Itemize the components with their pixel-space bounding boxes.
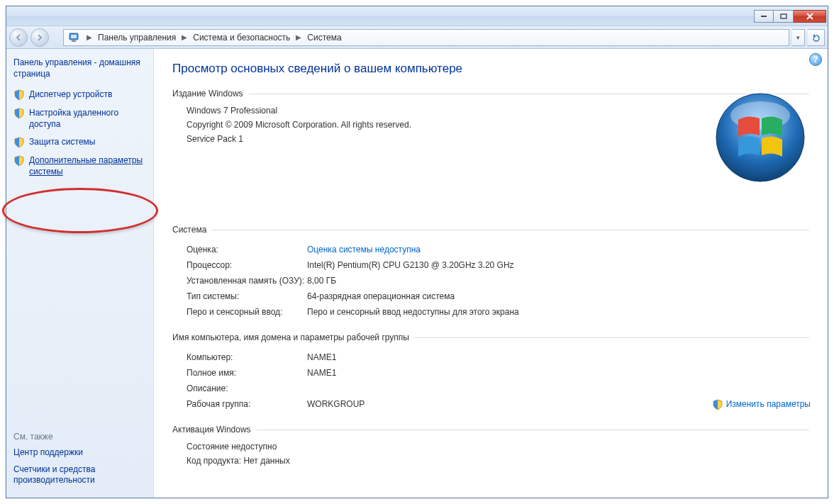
row-system-type: Тип системы: 64-разрядная операционная с… xyxy=(172,289,809,304)
value: NAME1 xyxy=(307,368,809,378)
windows-logo-icon xyxy=(714,91,806,184)
see-also-action-center[interactable]: Центр поддержки xyxy=(13,447,146,459)
svg-rect-1 xyxy=(781,14,786,18)
chevron-right-icon: ▶ xyxy=(84,33,95,41)
sidebar-see-also: См. также Центр поддержки Счетчики и сре… xyxy=(13,426,146,492)
divider xyxy=(415,337,809,338)
minimize-button[interactable] xyxy=(754,10,774,23)
label: Рабочая группа: xyxy=(187,399,307,409)
row-ram: Установленная память (ОЗУ): 8,00 ГБ xyxy=(172,273,809,289)
refresh-button[interactable] xyxy=(808,29,825,46)
breadcrumb-segment[interactable]: Панель управления xyxy=(95,33,179,43)
shield-icon xyxy=(712,399,723,410)
see-also-performance[interactable]: Счетчики и средства производительности xyxy=(13,464,146,486)
shield-icon xyxy=(13,155,25,167)
label: Процессор: xyxy=(187,260,307,270)
row-computer: Компьютер: NAME1 xyxy=(172,349,809,365)
svg-rect-0 xyxy=(761,16,767,17)
shield-icon xyxy=(13,137,25,148)
shield-icon xyxy=(13,108,25,119)
value: Перо и сенсорный ввод недоступны для это… xyxy=(307,307,809,317)
section-computer-name: Имя компьютера, имя домена и параметры р… xyxy=(172,332,809,342)
address-dropdown-button[interactable]: ▾ xyxy=(792,29,805,46)
section-activation: Активация Windows xyxy=(172,425,809,435)
label: Перо и сенсорный ввод: xyxy=(187,307,307,317)
value: NAME1 xyxy=(307,352,809,362)
chevron-right-icon: ▶ xyxy=(293,33,304,41)
annotation-circle xyxy=(2,188,158,233)
breadcrumb[interactable]: ▶ Панель управления ▶ Система и безопасн… xyxy=(63,29,789,46)
system-icon xyxy=(68,31,81,44)
shield-icon xyxy=(13,89,25,101)
change-settings-text[interactable]: Изменить параметры xyxy=(726,399,811,410)
row-full-name: Полное имя: NAME1 xyxy=(172,365,809,381)
section-label: Система xyxy=(172,225,206,235)
section-system: Система xyxy=(172,225,809,235)
address-bar-row: ▶ Панель управления ▶ Система и безопасн… xyxy=(6,26,828,49)
sidebar-item-system-protection[interactable]: Защита системы xyxy=(13,137,146,148)
divider xyxy=(212,230,809,230)
svg-rect-3 xyxy=(71,35,77,38)
value: Intel(R) Pentium(R) CPU G2130 @ 3.20GHz … xyxy=(307,260,809,270)
label: Компьютер: xyxy=(187,352,307,362)
row-rating: Оценка: Оценка системы недоступна xyxy=(172,242,809,257)
section-label: Имя компьютера, имя домена и параметры р… xyxy=(172,332,409,342)
sidebar-item-remote-settings[interactable]: Настройка удаленного доступа xyxy=(13,108,146,130)
see-also-header: См. также xyxy=(13,432,146,442)
body: Панель управления - домашняя страница Ди… xyxy=(6,49,828,498)
chevron-right-icon: ▶ xyxy=(179,33,190,41)
help-icon[interactable]: ? xyxy=(809,53,822,66)
sidebar: Панель управления - домашняя страница Ди… xyxy=(6,49,154,498)
section-label: Издание Windows xyxy=(172,89,243,99)
main-content: ? Просмотр основных сведений о вашем ком… xyxy=(154,49,828,498)
row-processor: Процессор: Intel(R) Pentium(R) CPU G2130… xyxy=(172,257,809,273)
value: 64-разрядная операционная система xyxy=(307,291,809,301)
sidebar-link[interactable]: Диспетчер устройств xyxy=(29,89,112,101)
row-pen-touch: Перо и сенсорный ввод: Перо и сенсорный … xyxy=(172,304,809,320)
maximize-button[interactable] xyxy=(774,10,794,23)
value: 8,00 ГБ xyxy=(307,276,809,286)
row-description: Описание: xyxy=(172,381,809,396)
label: Полное имя: xyxy=(187,368,307,378)
control-panel-home-link[interactable]: Панель управления - домашняя страница xyxy=(13,57,146,79)
window-controls xyxy=(754,10,826,23)
label: Тип системы: xyxy=(187,291,307,301)
section-label: Активация Windows xyxy=(172,425,251,435)
titlebar xyxy=(6,6,828,26)
sidebar-item-advanced-system-settings[interactable]: Дополнительные параметры системы xyxy=(13,155,146,177)
sidebar-link[interactable]: Дополнительные параметры системы xyxy=(29,155,146,177)
nav-forward-button[interactable] xyxy=(30,28,49,47)
svg-rect-4 xyxy=(72,40,76,42)
nav-back-button[interactable] xyxy=(9,28,28,47)
activation-state: Состояние недоступно xyxy=(172,442,809,452)
close-button[interactable] xyxy=(794,10,826,23)
label: Описание: xyxy=(187,383,307,393)
change-settings-link[interactable]: Изменить параметры xyxy=(712,399,811,410)
breadcrumb-segment[interactable]: Система и безопасность xyxy=(190,33,293,43)
label: Установленная память (ОЗУ): xyxy=(187,276,307,286)
sidebar-link[interactable]: Защита системы xyxy=(29,137,95,148)
product-key: Код продукта: Нет данных xyxy=(172,456,809,466)
control-panel-window: ▶ Панель управления ▶ Система и безопасн… xyxy=(6,6,828,498)
sidebar-link[interactable]: Настройка удаленного доступа xyxy=(29,108,146,130)
sidebar-item-device-manager[interactable]: Диспетчер устройств xyxy=(13,89,146,101)
value xyxy=(307,383,809,393)
divider xyxy=(257,430,809,430)
breadcrumb-segment[interactable]: Система xyxy=(304,33,344,43)
rating-link[interactable]: Оценка системы недоступна xyxy=(307,245,421,254)
label: Оценка: xyxy=(187,245,307,254)
page-title: Просмотр основных сведений о вашем компь… xyxy=(172,62,809,76)
